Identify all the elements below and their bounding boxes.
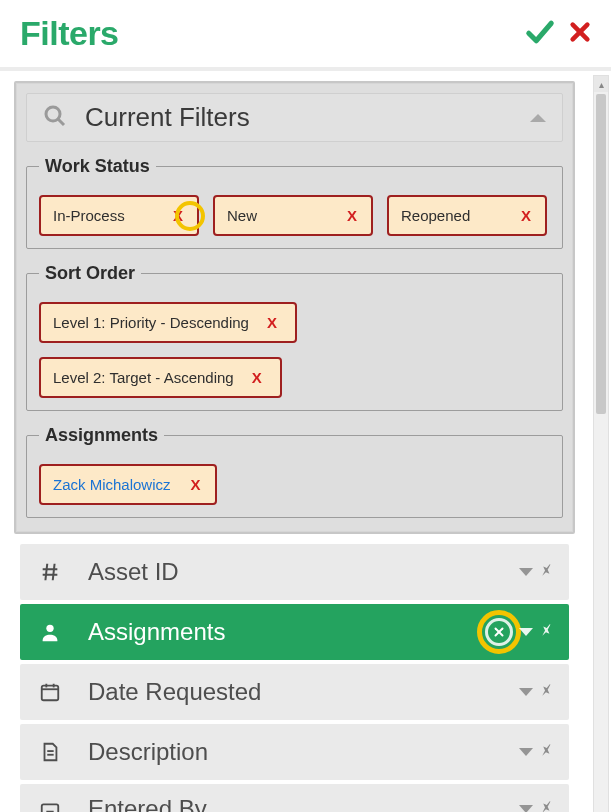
chip-label: New xyxy=(227,207,345,224)
assignment-chip[interactable]: Zack Michalowicz X xyxy=(39,464,217,505)
pin-icon[interactable] xyxy=(537,741,555,763)
field-row-entered-by[interactable]: Entered By xyxy=(20,784,569,812)
svg-line-6 xyxy=(45,564,47,581)
field-label: Description xyxy=(88,738,519,766)
field-label: Asset ID xyxy=(88,558,519,586)
field-row-date-requested[interactable]: Date Requested xyxy=(20,664,569,720)
chevron-down-icon[interactable] xyxy=(519,805,533,812)
field-label: Assignments xyxy=(88,618,485,646)
group-work-status: Work Status In-Process X New X Reopened xyxy=(26,156,563,249)
chip-label: Level 1: Priority - Descending xyxy=(53,314,265,331)
remove-chip-button[interactable]: X xyxy=(250,369,264,386)
current-filters-panel: Current Filters Work Status In-Process X… xyxy=(14,81,575,534)
remove-chip-button[interactable]: X xyxy=(265,314,279,331)
collapse-icon[interactable] xyxy=(530,114,546,122)
group-sort-order: Sort Order Level 1: Priority - Descendin… xyxy=(26,263,563,411)
remove-chip-button[interactable]: X xyxy=(345,207,359,224)
panel-title: Current Filters xyxy=(85,102,250,133)
svg-point-8 xyxy=(46,625,53,632)
pin-icon[interactable] xyxy=(537,681,555,703)
close-button[interactable] xyxy=(569,21,591,47)
search-icon xyxy=(43,104,67,132)
keyboard-icon xyxy=(34,798,66,812)
svg-line-3 xyxy=(58,119,64,125)
scroll-up-icon[interactable]: ▴ xyxy=(594,76,608,92)
group-legend: Assignments xyxy=(39,425,164,446)
clear-filter-button[interactable] xyxy=(485,618,513,646)
chip-label: In-Process xyxy=(53,207,171,224)
filter-chip-in-process[interactable]: In-Process X xyxy=(39,195,199,236)
sort-chip-level2[interactable]: Level 2: Target - Ascending X xyxy=(39,357,282,398)
chevron-down-icon[interactable] xyxy=(519,568,533,576)
apply-button[interactable] xyxy=(525,17,555,51)
field-label: Date Requested xyxy=(88,678,519,706)
pin-icon[interactable] xyxy=(537,561,555,583)
page-title: Filters xyxy=(20,14,119,53)
calendar-icon xyxy=(34,681,66,703)
chevron-down-icon[interactable] xyxy=(519,748,533,756)
pin-icon[interactable] xyxy=(537,621,555,643)
user-icon xyxy=(34,621,66,643)
pin-icon[interactable] xyxy=(537,798,555,812)
svg-rect-11 xyxy=(42,686,59,701)
field-label: Entered By xyxy=(88,795,519,812)
scrollbar[interactable]: ▴ xyxy=(593,75,609,812)
field-row-description[interactable]: Description xyxy=(20,724,569,780)
chevron-down-icon[interactable] xyxy=(519,688,533,696)
group-assignments: Assignments Zack Michalowicz X xyxy=(26,425,563,518)
group-legend: Work Status xyxy=(39,156,156,177)
sort-chip-level1[interactable]: Level 1: Priority - Descending X xyxy=(39,302,297,343)
field-row-asset-id[interactable]: Asset ID xyxy=(20,544,569,600)
panel-header[interactable]: Current Filters xyxy=(26,93,563,142)
chevron-down-icon[interactable] xyxy=(519,628,533,636)
hash-icon xyxy=(34,561,66,583)
svg-line-7 xyxy=(53,564,55,581)
chip-label: Zack Michalowicz xyxy=(53,476,189,493)
filter-chip-reopened[interactable]: Reopened X xyxy=(387,195,547,236)
remove-chip-button[interactable]: X xyxy=(171,207,185,224)
svg-point-2 xyxy=(46,107,60,121)
chip-label: Reopened xyxy=(401,207,519,224)
remove-chip-button[interactable]: X xyxy=(189,476,203,493)
chip-label: Level 2: Target - Ascending xyxy=(53,369,250,386)
field-row-assignments[interactable]: Assignments xyxy=(20,604,569,660)
group-legend: Sort Order xyxy=(39,263,141,284)
remove-chip-button[interactable]: X xyxy=(519,207,533,224)
scrollbar-thumb[interactable] xyxy=(596,94,606,414)
filter-chip-new[interactable]: New X xyxy=(213,195,373,236)
file-icon xyxy=(34,741,66,763)
